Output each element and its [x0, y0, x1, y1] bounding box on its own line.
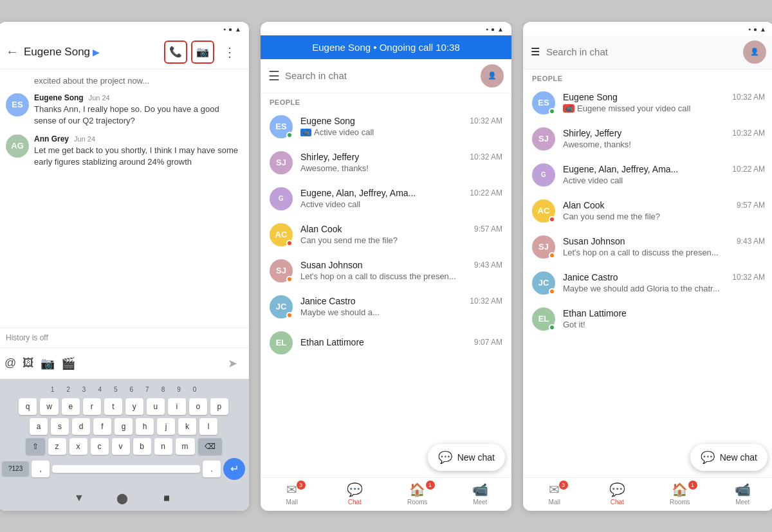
key-r[interactable]: r [83, 398, 101, 415]
key-5[interactable]: 5 [109, 384, 122, 395]
search-input-3[interactable] [546, 46, 737, 57]
key-j[interactable]: j [157, 418, 175, 435]
key-period[interactable]: . [203, 461, 221, 477]
key-2[interactable]: 2 [62, 384, 75, 395]
key-e[interactable]: e [62, 398, 80, 415]
image-icon[interactable]: 🖼 [23, 356, 34, 370]
key-comma[interactable]: , [32, 461, 50, 477]
chat-item-shirley-3[interactable]: SJ Shirley, Jeffery 10:32 AM Awesome, th… [523, 121, 772, 157]
key-c[interactable]: c [91, 438, 109, 455]
nav-down-icon[interactable]: ▼ [74, 492, 84, 504]
chat-item-ethan[interactable]: EL Ethan Lattimore 9:07 AM [261, 325, 511, 361]
key-i[interactable]: i [168, 398, 186, 415]
nav-tab-meet-3[interactable]: 📹 Meet [712, 482, 773, 506]
hamburger-icon-3[interactable]: ☰ [531, 46, 540, 58]
key-numbers[interactable]: ?123 [2, 461, 29, 476]
back-button[interactable]: ← [6, 44, 19, 59]
key-8[interactable]: 8 [157, 384, 170, 395]
mention-icon[interactable]: @ [5, 356, 16, 370]
key-1[interactable]: 1 [46, 384, 59, 395]
key-y[interactable]: y [125, 398, 143, 415]
chat-item-group[interactable]: G Eugene, Alan, Jeffrey, Ama... 10:22 AM… [261, 181, 511, 217]
key-f[interactable]: f [93, 418, 111, 435]
keyboard-row2: a s d f g h j k l [2, 418, 245, 435]
key-shift[interactable]: ⇧ [26, 438, 45, 455]
nav-tab-rooms-3[interactable]: 1 🏠 Rooms [648, 482, 712, 506]
new-chat-button-2[interactable]: 💬 New chat [428, 444, 505, 471]
avatar-wrap-janice-3: JC [532, 271, 555, 295]
send-button[interactable]: ➤ [222, 353, 243, 374]
nav-tab-meet-2[interactable]: 📹 Meet [449, 482, 512, 506]
key-7[interactable]: 7 [141, 384, 154, 395]
key-b[interactable]: b [133, 438, 151, 455]
chat-item-susan-3[interactable]: SJ Susan Johnson 9:43 AM Let's hop on a … [523, 229, 772, 265]
video-call-button[interactable]: 📷 [191, 41, 214, 64]
chat-item-alan-3[interactable]: AC Alan Cook 9:57 AM Can you send me the… [523, 193, 772, 229]
chat-item-janice[interactable]: JC Janice Castro 10:32 AM Maybe we shoul… [261, 289, 511, 325]
status-si3: ▲ [760, 26, 766, 33]
new-chat-button-3[interactable]: 💬 New chat [690, 444, 767, 471]
key-m[interactable]: m [176, 438, 195, 455]
key-p[interactable]: p [210, 398, 228, 415]
hamburger-icon-2[interactable]: ☰ [268, 68, 280, 84]
chat-name-ethan: Ethan Lattimore [300, 337, 364, 347]
key-enter[interactable]: ↵ [223, 458, 245, 480]
busy-dot-alan-3 [549, 216, 555, 223]
chat-item-eugene-3[interactable]: ES Eugene Song 10:32 AM 📹 Eugene missed … [523, 85, 772, 121]
key-6[interactable]: 6 [125, 384, 138, 395]
key-w[interactable]: w [40, 398, 59, 415]
chat-row1-susan: Susan Johnson 9:43 AM [300, 260, 502, 270]
key-space[interactable] [52, 465, 200, 473]
key-x[interactable]: x [69, 438, 87, 455]
chat-msg-susan-3: Let's hop on a call to discuss the prese… [563, 248, 765, 257]
online-dot-eugene-3 [549, 108, 555, 115]
chat-item-janice-3[interactable]: JC Janice Castro 10:32 AM Maybe we shoul… [523, 265, 772, 301]
key-l[interactable]: l [199, 418, 217, 435]
key-q[interactable]: q [19, 398, 37, 415]
key-g[interactable]: g [115, 418, 133, 435]
active-call-banner[interactable]: Eugene Song • Ongoing call 10:38 [261, 35, 511, 59]
chat-item-alan[interactable]: AC Alan Cook 9:57 AM Can you send me the… [261, 217, 511, 253]
camera-icon[interactable]: 📷 [41, 356, 55, 371]
gif-icon[interactable]: 🎬 [61, 356, 75, 371]
chat-item-susan[interactable]: SJ Susan Johnson 9:43 AM Let's hop on a … [261, 253, 511, 289]
nav-tab-mail-2[interactable]: 3 ✉ Mail [261, 482, 324, 506]
key-u[interactable]: u [147, 398, 165, 415]
chat-item-group-3[interactable]: G Eugene, Alan, Jeffrey, Ama... 10:22 AM… [523, 157, 772, 193]
key-t[interactable]: t [104, 398, 122, 415]
video-icon: 📷 [196, 46, 209, 58]
chat-item-ethan-3[interactable]: EL Ethan Lattimore Got it! [523, 301, 772, 337]
status-si2: ▲ [497, 26, 504, 33]
user-avatar-3[interactable]: 👤 [743, 41, 766, 64]
key-o[interactable]: o [189, 398, 207, 415]
key-d[interactable]: d [72, 418, 90, 435]
mail-icon-2: ✉ [286, 482, 297, 497]
key-n[interactable]: n [154, 438, 172, 455]
chat-info-janice: Janice Castro 10:32 AM Maybe we should a… [300, 296, 502, 317]
user-avatar-2[interactable]: 👤 [481, 64, 504, 87]
key-4[interactable]: 4 [93, 384, 106, 395]
key-9[interactable]: 9 [172, 384, 185, 395]
key-0[interactable]: 0 [188, 384, 201, 395]
key-3[interactable]: 3 [78, 384, 91, 395]
chat-item-eugene[interactable]: ES Eugene Song 10:32 AM 📹 Active video c… [261, 109, 511, 145]
key-a[interactable]: a [30, 418, 48, 435]
key-k[interactable]: k [178, 418, 196, 435]
key-s[interactable]: s [51, 418, 69, 435]
rooms-label-3: Rooms [670, 499, 690, 506]
phone-call-button[interactable]: 📞 [164, 41, 187, 64]
key-delete[interactable]: ⌫ [198, 438, 222, 455]
nav-tab-mail-3[interactable]: 3 ✉ Mail [523, 482, 586, 506]
chat-item-shirley[interactable]: SJ Shirley, Jeffery 10:32 AM Awesome, th… [261, 145, 511, 181]
nav-tab-chat-2[interactable]: 💬 Chat [324, 482, 387, 506]
more-options-button[interactable]: ⋮ [218, 41, 241, 64]
key-h[interactable]: h [136, 418, 154, 435]
nav-home-icon[interactable]: ⬤ [116, 492, 128, 504]
chat-time-shirley: 10:32 AM [470, 152, 502, 161]
nav-recent-icon[interactable]: ◾ [160, 492, 173, 504]
nav-tab-rooms-2[interactable]: 1 🏠 Rooms [386, 482, 449, 506]
search-input-2[interactable] [285, 70, 475, 81]
key-z[interactable]: z [48, 438, 66, 455]
key-v[interactable]: v [112, 438, 130, 455]
nav-tab-chat-3[interactable]: 💬 Chat [586, 482, 649, 506]
